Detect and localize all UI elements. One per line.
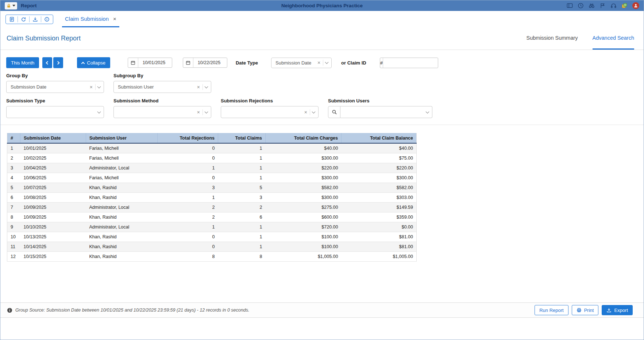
- headset-icon[interactable]: [610, 3, 617, 9]
- chevron-down-icon[interactable]: [97, 110, 101, 113]
- table-row[interactable]: 110/01/2025Farias, Michell01$40.00$40.00: [7, 143, 417, 153]
- chevron-down-icon[interactable]: [205, 85, 208, 88]
- status-text: Group Source: Submission Date between 10…: [15, 308, 249, 313]
- column-header-submission-user[interactable]: Submission User: [86, 133, 158, 143]
- submission-users-select[interactable]: [340, 106, 432, 118]
- column-header-total-rejections[interactable]: Total Rejections: [158, 133, 218, 143]
- collapse-label: Collapse: [87, 60, 105, 66]
- next-period-button[interactable]: [53, 57, 63, 68]
- table-row[interactable]: 210/02/2025Farias, Michell01$300.00$75.0…: [7, 153, 417, 163]
- page-header: Claim Submission Report Submission Summa…: [0, 27, 644, 50]
- table-cell: Khan, Rashid: [86, 212, 158, 222]
- column-header-submission-date[interactable]: Submission Date: [20, 133, 86, 143]
- column-header-total-claim-charges[interactable]: Total Claim Charges: [266, 133, 342, 143]
- tab-submission-summary[interactable]: Submission Summary: [527, 27, 578, 50]
- close-icon[interactable]: ×: [113, 16, 116, 22]
- column-header-index[interactable]: #: [7, 133, 20, 143]
- tab-label: Claim Submission: [65, 16, 109, 22]
- table-cell: 10/06/2025: [20, 173, 86, 183]
- subgroup-by-value: Submission User: [118, 84, 195, 90]
- refresh-icon[interactable]: [21, 16, 26, 22]
- table-cell: 4: [7, 173, 20, 183]
- export-button[interactable]: Export: [602, 305, 633, 315]
- run-report-button[interactable]: Run Report: [535, 305, 568, 315]
- table-cell: 6: [218, 212, 266, 222]
- clear-icon[interactable]: ×: [88, 84, 95, 90]
- date-from-input[interactable]: [138, 60, 170, 65]
- clear-icon[interactable]: ×: [316, 60, 322, 66]
- calendar-icon[interactable]: [128, 58, 138, 67]
- table-row[interactable]: 1010/13/2025Khan, Rashid01$100.00$81.00: [7, 232, 417, 242]
- flag-icon[interactable]: [599, 3, 606, 9]
- chevron-down-icon[interactable]: [426, 110, 429, 113]
- subgroup-by-select[interactable]: Submission User ×: [113, 81, 211, 93]
- tab-claim-submission[interactable]: Claim Submission ×: [62, 11, 119, 27]
- clock-icon[interactable]: [578, 3, 584, 9]
- table-cell: 10/13/2025: [20, 232, 86, 242]
- chevron-right-icon: [56, 61, 60, 65]
- table-cell: 6: [7, 192, 20, 202]
- calendar-icon[interactable]: [183, 58, 193, 67]
- column-header-total-claim-balance[interactable]: Total Claim Balance: [342, 133, 417, 143]
- group-by-filter: Group By Submission Date ×: [6, 73, 104, 93]
- this-month-button[interactable]: This Month: [6, 57, 39, 68]
- table-cell: 2: [7, 153, 20, 163]
- table-row[interactable]: 910/10/2025Administrator, Local11$720.00…: [7, 222, 417, 232]
- download-icon[interactable]: [32, 16, 38, 22]
- layers-icon[interactable]: [621, 3, 628, 9]
- group-by-label: Group By: [6, 73, 104, 78]
- table-cell: Khan, Rashid: [86, 251, 158, 261]
- table-row[interactable]: 1110/14/2025Khan, Rashid01$100.00$81.00: [7, 242, 417, 251]
- submission-rejections-select[interactable]: ×: [221, 106, 319, 118]
- print-label: Print: [584, 308, 594, 313]
- toolbar-divider: [18, 16, 18, 22]
- export-download-icon: [606, 308, 612, 313]
- clear-icon[interactable]: ×: [195, 109, 202, 115]
- apps-icon[interactable]: [567, 3, 573, 9]
- prev-period-button[interactable]: [42, 57, 52, 68]
- clipboard-icon[interactable]: [9, 16, 15, 22]
- date-to-input[interactable]: [193, 60, 225, 65]
- table-cell: $220.00: [266, 163, 342, 173]
- user-avatar[interactable]: [632, 2, 639, 9]
- chevron-down-icon[interactable]: [325, 60, 329, 64]
- table-row[interactable]: 710/09/2025Administrator, Local22$275.00…: [7, 202, 417, 212]
- claim-id-input[interactable]: [383, 60, 453, 66]
- chevron-down-icon[interactable]: [205, 110, 208, 113]
- caret-down-icon: [12, 5, 15, 7]
- bottom-strip: [0, 318, 644, 340]
- table-cell: $220.00: [342, 163, 417, 173]
- binoculars-icon[interactable]: [589, 3, 595, 9]
- table-row[interactable]: 1210/15/2025Khan, Rashid88$1,005.00$1,00…: [7, 251, 417, 261]
- titlebar: Report Neighborhood Physicians Practice: [0, 0, 644, 11]
- clear-icon[interactable]: ×: [195, 84, 202, 90]
- clear-icon[interactable]: ×: [302, 109, 309, 115]
- table-cell: 12: [7, 251, 20, 261]
- chevron-down-icon[interactable]: [97, 85, 101, 88]
- table-row[interactable]: 610/08/2025Khan, Rashid13$300.00$303.00: [7, 192, 417, 202]
- table-row[interactable]: 510/07/2025Khan, Rashid35$582.00$582.00: [7, 183, 417, 192]
- toolbar-divider: [29, 16, 30, 22]
- table-row[interactable]: 810/09/2025Khan, Rashid26$600.00$359.00: [7, 212, 417, 222]
- lock-menu-button[interactable]: [5, 2, 17, 9]
- date-to-field: [183, 58, 227, 68]
- table-cell: 10/07/2025: [20, 183, 86, 192]
- column-header-total-claims[interactable]: Total Claims: [218, 133, 266, 143]
- collapse-button[interactable]: Collapse: [77, 57, 110, 68]
- print-button[interactable]: Print: [572, 305, 599, 315]
- table-row[interactable]: 310/04/2025Administrator, Local11$220.00…: [7, 163, 417, 173]
- info-icon[interactable]: [44, 16, 50, 22]
- submission-method-select[interactable]: ×: [113, 106, 211, 118]
- group-by-select[interactable]: Submission Date ×: [6, 81, 104, 93]
- tab-advanced-search[interactable]: Advanced Search: [593, 27, 634, 50]
- submission-type-select[interactable]: [6, 106, 104, 118]
- table-cell: $149.59: [342, 202, 417, 212]
- search-icon[interactable]: [328, 106, 340, 118]
- table-cell: 10/10/2025: [20, 222, 86, 232]
- results-table-wrap: # Submission Date Submission User Total …: [7, 133, 644, 262]
- table-cell: Farias, Michell: [86, 143, 158, 153]
- date-type-select[interactable]: Submission Date ×: [271, 58, 332, 68]
- table-cell: 10/14/2025: [20, 242, 86, 251]
- chevron-down-icon[interactable]: [312, 110, 316, 113]
- table-row[interactable]: 410/06/2025Farias, Michell01$300.00$300.…: [7, 173, 417, 183]
